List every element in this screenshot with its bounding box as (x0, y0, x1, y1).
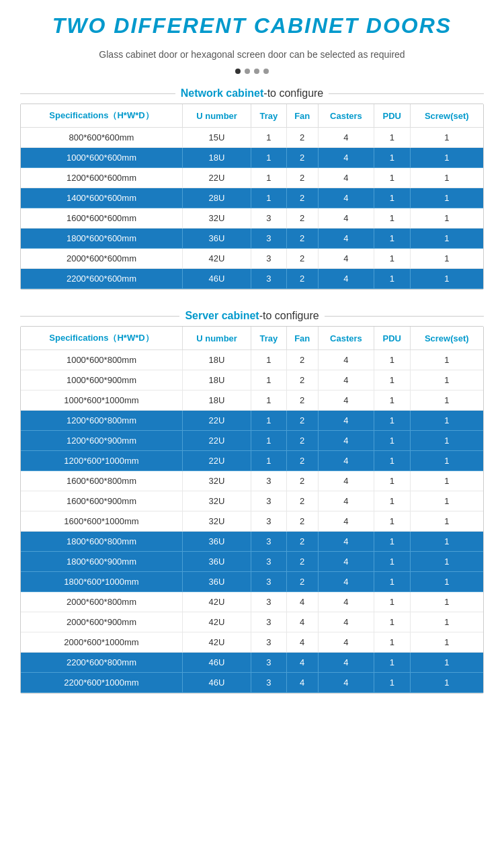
table-row: 1200*600*900mm22U12411 (21, 431, 483, 451)
dot-2[interactable] (245, 69, 250, 74)
server-normal: -to configure (259, 310, 319, 321)
cell-casters: 4 (318, 673, 374, 693)
cell-pdu: 1 (374, 552, 411, 572)
cell-fan: 2 (286, 208, 318, 229)
cell-u: 42U (182, 249, 251, 269)
cell-tray: 1 (251, 128, 286, 148)
cell-tray: 1 (251, 451, 286, 471)
table-row: 2000*600*1000mm42U34411 (21, 632, 483, 653)
cell-tray: 3 (251, 229, 286, 249)
cell-u: 42U (182, 632, 251, 653)
server-section-title-row: Server cabinet-to configure (20, 310, 484, 322)
hero-title: TWO DIFFERENT CABINET DOORS (20, 13, 484, 38)
cell-spec: 1200*600*900mm (21, 431, 182, 451)
dot-1[interactable] (235, 69, 241, 74)
cell-u: 46U (182, 673, 251, 693)
network-table: Specifications（H*W*D） U number Tray Fan … (21, 104, 483, 289)
cell-screw: 1 (410, 229, 483, 249)
cell-spec: 1000*600*900mm (21, 370, 182, 390)
cell-u: 22U (182, 431, 251, 451)
cell-u: 32U (182, 511, 251, 532)
network-col-fan: Fan (286, 104, 318, 128)
cell-tray: 1 (251, 168, 286, 188)
network-col-u: U number (182, 104, 251, 128)
cell-spec: 1000*600*1000mm (21, 390, 182, 411)
cell-screw: 1 (410, 592, 483, 612)
cell-screw: 1 (410, 431, 483, 451)
cell-fan: 4 (286, 653, 318, 673)
cell-u: 22U (182, 168, 251, 188)
cell-spec: 2000*600*600mm (21, 249, 182, 269)
cell-screw: 1 (410, 673, 483, 693)
cell-fan: 2 (286, 552, 318, 572)
table-row: 1800*600*900mm36U32411 (21, 552, 483, 572)
table-row: 1200*600*1000mm22U12411 (21, 451, 483, 471)
cell-casters: 4 (318, 390, 374, 411)
cell-tray: 3 (251, 653, 286, 673)
cell-casters: 4 (318, 532, 374, 552)
cell-tray: 3 (251, 632, 286, 653)
cell-pdu: 1 (374, 411, 411, 431)
server-section-title: Server cabinet-to configure (185, 310, 319, 322)
cell-screw: 1 (410, 148, 483, 168)
cell-pdu: 1 (374, 269, 411, 289)
cell-u: 22U (182, 411, 251, 431)
cell-tray: 3 (251, 471, 286, 491)
cell-fan: 4 (286, 673, 318, 693)
cell-tray: 3 (251, 208, 286, 229)
cell-casters: 4 (318, 471, 374, 491)
cell-u: 18U (182, 390, 251, 411)
cell-spec: 1800*600*800mm (21, 532, 182, 552)
cell-spec: 1000*600*600mm (21, 148, 182, 168)
table-row: 2200*600*1000mm46U34411 (21, 673, 483, 693)
cell-u: 32U (182, 208, 251, 229)
cell-fan: 2 (286, 511, 318, 532)
title-line-right (329, 93, 484, 94)
table-row: 1600*600*900mm32U32411 (21, 491, 483, 511)
cell-pdu: 1 (374, 673, 411, 693)
cell-u: 36U (182, 572, 251, 592)
cell-spec: 1200*600*1000mm (21, 451, 182, 471)
network-table-outer: Specifications（H*W*D） U number Tray Fan … (20, 104, 484, 290)
cell-screw: 1 (410, 653, 483, 673)
cell-pdu: 1 (374, 471, 411, 491)
cell-spec: 1600*600*900mm (21, 491, 182, 511)
server-col-pdu: PDU (374, 327, 411, 350)
cell-pdu: 1 (374, 148, 411, 168)
server-table: Specifications（H*W*D） U number Tray Fan … (21, 327, 483, 693)
cell-casters: 4 (318, 552, 374, 572)
title-line-left (20, 93, 175, 94)
dot-3[interactable] (254, 69, 259, 74)
cell-tray: 1 (251, 350, 286, 370)
dot-4[interactable] (263, 69, 269, 74)
cell-pdu: 1 (374, 572, 411, 592)
table-row: 1000*600*900mm18U12411 (21, 370, 483, 390)
server-title-line-left (20, 316, 179, 317)
table-row: 1000*600*800mm18U12411 (21, 350, 483, 370)
cell-screw: 1 (410, 532, 483, 552)
cell-casters: 4 (318, 208, 374, 229)
cell-spec: 1000*600*800mm (21, 350, 182, 370)
cell-casters: 4 (318, 451, 374, 471)
network-cabinet-section: Network cabinet-to configure Specificati… (20, 87, 484, 290)
cell-pdu: 1 (374, 653, 411, 673)
cell-pdu: 1 (374, 390, 411, 411)
cell-casters: 4 (318, 350, 374, 370)
cell-casters: 4 (318, 491, 374, 511)
cell-u: 28U (182, 188, 251, 208)
cell-screw: 1 (410, 572, 483, 592)
cell-casters: 4 (318, 188, 374, 208)
server-col-u: U number (182, 327, 251, 350)
cell-tray: 3 (251, 612, 286, 632)
cell-casters: 4 (318, 632, 374, 653)
cell-screw: 1 (410, 350, 483, 370)
cell-spec: 2200*600*1000mm (21, 673, 182, 693)
cell-pdu: 1 (374, 249, 411, 269)
cell-fan: 2 (286, 249, 318, 269)
pagination-dots (20, 69, 484, 74)
cell-u: 36U (182, 532, 251, 552)
cell-screw: 1 (410, 511, 483, 532)
cell-casters: 4 (318, 592, 374, 612)
cell-spec: 1600*600*800mm (21, 471, 182, 491)
cell-spec: 1600*600*600mm (21, 208, 182, 229)
